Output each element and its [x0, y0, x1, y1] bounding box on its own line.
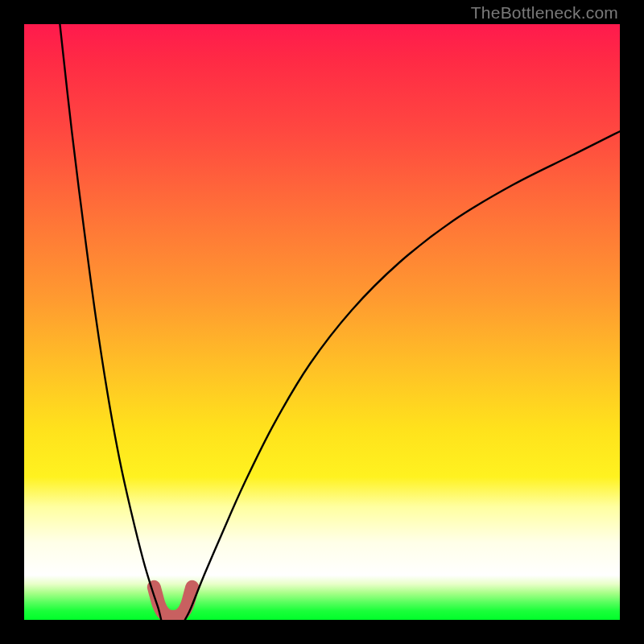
watermark-text: TheBottleneck.com [471, 3, 618, 23]
curve-right-path [185, 131, 620, 620]
chart-frame: TheBottleneck.com [0, 0, 644, 644]
plot-area [24, 24, 620, 620]
chart-svg [24, 24, 620, 620]
curve-left-path [60, 24, 161, 620]
